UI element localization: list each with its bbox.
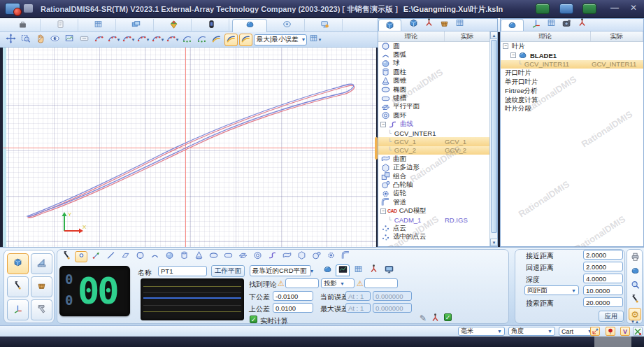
probe2-mode-tab[interactable] (366, 264, 380, 276)
scan-curve-tool-2[interactable]: ▼ (107, 34, 120, 46)
coordinate-button[interactable] (7, 299, 29, 320)
scroll-down-icon[interactable]: ▼ (490, 239, 498, 246)
probe-config-button[interactable] (629, 294, 641, 306)
param-input-2[interactable]: 2.0000 (583, 262, 623, 271)
workplane-button[interactable]: 工作平面 (211, 265, 245, 277)
vector-tool[interactable] (90, 251, 102, 262)
remote-control-icon[interactable] (536, 3, 550, 14)
scan-curve-tool-5[interactable]: ▼ (151, 34, 164, 46)
tab-document[interactable] (43, 19, 78, 32)
tab-tolerance[interactable] (157, 19, 192, 32)
connection-status-button[interactable] (633, 327, 643, 336)
probe-touch-tool[interactable] (60, 251, 73, 262)
scan-curve-tool-9[interactable] (210, 34, 223, 46)
cylinder-tool[interactable] (178, 251, 190, 262)
tree-item-叶片[interactable]: −叶片 (501, 42, 643, 51)
tree-item-正多边形[interactable]: 正多边形 (378, 163, 489, 171)
scan-curve-tool-7[interactable] (180, 34, 194, 46)
apply-button[interactable]: 应用 (599, 311, 624, 322)
line-tool[interactable] (104, 251, 117, 262)
projection-input[interactable] (364, 278, 398, 288)
graphics-viewport[interactable]: Y X (3, 48, 376, 247)
blade-tab-icon-2[interactable] (546, 18, 557, 31)
feature-tab-icon-1[interactable] (408, 18, 419, 31)
measure-grid-tool[interactable]: ▼ (308, 34, 322, 46)
report-print-button[interactable] (629, 252, 641, 264)
blade-tab-icon-1[interactable] (531, 18, 541, 31)
scan-curve-tool-6[interactable]: ▼ (166, 34, 179, 46)
alignment-status-button[interactable] (590, 327, 600, 336)
feature-tab-icon-4[interactable] (455, 18, 465, 31)
projection-dropdown[interactable]: 投影▼ (321, 278, 355, 288)
confirm-check-icon[interactable]: ✓ (444, 313, 452, 321)
probe-button[interactable] (7, 276, 29, 297)
feature-tab-active[interactable] (378, 19, 401, 31)
inspect-zoom-button[interactable] (629, 280, 641, 292)
tree-item-点云[interactable]: 点云 (378, 224, 489, 232)
fixture-button[interactable] (31, 276, 52, 297)
vision-status-button[interactable]: V (620, 327, 630, 336)
plane-tool[interactable] (119, 251, 131, 262)
curve-error-tool-1[interactable] (224, 34, 238, 46)
monitor-mode-tab[interactable] (382, 264, 396, 276)
tree-item-曲面[interactable]: 曲面 (378, 155, 489, 163)
arc-tool[interactable] (148, 251, 161, 262)
tree-item-叶片分段[interactable]: 叶片分段 (501, 105, 643, 114)
tab-probe[interactable] (270, 19, 305, 32)
sphere-tool[interactable] (163, 251, 176, 262)
zoom-region-tool[interactable] (19, 34, 32, 46)
probe-mode-tab[interactable] (320, 264, 334, 276)
table-mode-tab[interactable] (351, 264, 365, 276)
close-button[interactable]: ✕ (624, 2, 643, 14)
plane-dropdown[interactable]: 最靠近的CRD平面▼ (250, 265, 311, 276)
tree-item-圆环[interactable]: 圆环 (378, 111, 489, 120)
actual-column-header[interactable]: 实际 (445, 31, 490, 41)
label-tool[interactable] (78, 34, 91, 46)
expander-icon[interactable]: − (503, 43, 508, 49)
ellipse-tool[interactable] (207, 251, 220, 262)
calibration-button[interactable] (31, 253, 52, 274)
machine-setup-button[interactable] (7, 253, 29, 274)
expander-icon[interactable]: − (510, 52, 516, 58)
tree-item-圆柱[interactable]: 圆柱 (378, 68, 489, 76)
find-theory-input[interactable] (285, 278, 319, 288)
probe-mini-icon[interactable] (430, 313, 441, 326)
blade-tab-active[interactable] (501, 19, 524, 31)
tree-item-圆弧[interactable]: 圆弧 (378, 50, 489, 59)
tool-change-button[interactable] (31, 299, 52, 320)
tab-file[interactable] (6, 19, 41, 32)
slot-tool[interactable] (222, 251, 234, 262)
tree-item-开口叶片[interactable]: 开口叶片 (501, 69, 643, 78)
tab-scan[interactable] (232, 19, 267, 32)
monitor-link-icon[interactable] (559, 3, 573, 14)
angle-dropdown[interactable]: 角度▼ (508, 327, 555, 336)
tree-item-球[interactable]: 球 (378, 59, 489, 68)
probe-view-button[interactable] (629, 266, 641, 278)
units-dropdown[interactable]: 毫米▼ (458, 327, 505, 336)
app-icon[interactable] (5, 3, 20, 15)
probe-status-button[interactable] (606, 327, 615, 336)
tree-item-单开口叶片[interactable]: 单开口叶片 (501, 78, 643, 87)
cone-tool[interactable] (192, 251, 205, 262)
param-input-1[interactable]: 2.0000 (583, 250, 623, 260)
realtime-checkbox[interactable]: ✓ (250, 316, 257, 323)
tab-view[interactable] (119, 19, 154, 32)
tree-item-GCV_INTER11[interactable]: └GCV_INTER11GCV_INTER11 (501, 60, 643, 69)
param-input-5[interactable]: 20.0000 (583, 297, 623, 307)
tree-item-波纹度计算[interactable]: 波纹度计算 (501, 96, 643, 105)
parallel-planes-tool[interactable] (236, 251, 249, 262)
tab-device[interactable] (194, 19, 229, 32)
tree-item-凸轮轴[interactable]: 凸轮轴 (378, 180, 489, 189)
feature-tab-icon-3[interactable] (439, 18, 450, 31)
point-tool[interactable] (75, 251, 87, 262)
tab-system[interactable] (308, 19, 343, 32)
spacing-plane-dropdown[interactable]: 间距面▼ (524, 285, 579, 295)
tree-item-BLADE1[interactable]: −BLADE1 (501, 51, 643, 60)
tree-item-组合[interactable]: 组合 (378, 172, 489, 180)
strip-collapse-arrows[interactable]: ▼▲ (629, 319, 641, 325)
polygon-tool[interactable] (295, 251, 308, 262)
error-mode-dropdown[interactable]: 最大|最小误差▼ (254, 34, 307, 45)
lower-tol-input[interactable]: -0.0100 (273, 291, 313, 301)
scroll-thumb[interactable] (491, 40, 497, 233)
tree-item-曲线[interactable]: −曲线 (378, 120, 489, 129)
